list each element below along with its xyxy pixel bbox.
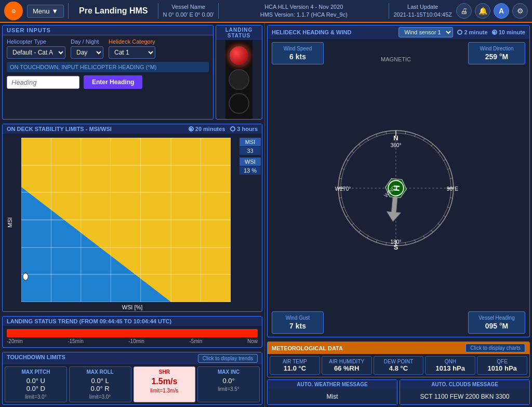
- vessel-heading-label: Vessel Heading: [473, 315, 521, 321]
- svg-text:S: S: [394, 243, 398, 251]
- separator: [68, 3, 69, 19]
- stability-options: 20 minutes 3 hours: [189, 126, 258, 132]
- svg-line-67: [359, 144, 361, 146]
- helideck-cat-group: Helideck Category Cat 1 Cat 2: [109, 38, 155, 59]
- heli-type-group: Helicopter Type Default - Cat A: [7, 38, 65, 59]
- last-update-info: Last Update 2021-11-15T10:04:45Z: [393, 3, 452, 19]
- wind-direction-value: 259 °M: [473, 52, 521, 61]
- compass-layout: Wind Speed 6 kts MAGNETIC Wind Direction…: [268, 39, 529, 337]
- wind-speed-box: Wind Speed 6 kts: [272, 42, 324, 64]
- helideck-cat-select[interactable]: Cat 1 Cat 2: [109, 46, 155, 59]
- app-title: Pre Landing HMS: [73, 6, 154, 16]
- helideck-section: HELIDECK HEADING & WIND Wind sensor 1 2 …: [267, 25, 530, 337]
- dew-point-value: 4.8 °C: [377, 364, 420, 372]
- max-roll-limit: limit=3.0°: [73, 394, 128, 400]
- max-inc-header: MAX INC: [201, 369, 256, 375]
- svg-line-51: [431, 230, 433, 232]
- radio-2min: [457, 30, 462, 35]
- qfe-value: 1010 hPa: [481, 364, 524, 372]
- print-button[interactable]: 🖨: [456, 3, 472, 19]
- sensor-select[interactable]: Wind sensor 1: [398, 27, 453, 37]
- messages-row: AUTO. WEATHER MESSAGE Mist AUTO. CLOUDS …: [267, 379, 530, 405]
- auto-weather-value: Mist: [268, 389, 397, 404]
- day-night-select[interactable]: Day Night: [71, 46, 103, 59]
- menu-button[interactable]: Menu ▼: [27, 5, 64, 18]
- y-axis-label: MSI: [7, 217, 13, 228]
- air-temp-cell: AIR TEMP 11.0 °C: [270, 356, 320, 375]
- light-yellow: [229, 69, 249, 90]
- qfe-cell: QFE 1010 hPa: [477, 356, 527, 375]
- wind-gust-box: Wind Gust 7 kts: [272, 311, 324, 334]
- auto-weather-box: AUTO. WEATHER MESSAGE Mist: [267, 379, 397, 405]
- svg-line-42: [431, 144, 433, 146]
- helideck-label: HELIDECK HEADING & WIND: [272, 29, 351, 35]
- svg-text:W270°: W270°: [335, 186, 351, 191]
- enter-heading-button[interactable]: Enter Heading: [84, 75, 142, 89]
- touchdown-trends-button[interactable]: Click to display trends: [198, 354, 258, 363]
- air-humidity-cell: AIR HUMIDITY 66 %RH: [322, 356, 372, 375]
- heli-type-select[interactable]: Default - Cat A: [7, 46, 65, 59]
- magnetic-label: MAGNETIC: [326, 42, 466, 64]
- touchdown-label: TOUCHDOWN LIMITS: [7, 354, 65, 363]
- qnh-label: QNH: [429, 359, 472, 364]
- meteo-header: METEOROLOGICAL DATA Click to display cha…: [268, 342, 529, 354]
- stability-section: ON DECK STABILITY LIMITS - MSI/WSI 20 mi…: [2, 124, 262, 312]
- landing-status-box: LANDING STATUS: [216, 25, 262, 120]
- inputs-row: Helicopter Type Default - Cat A Day / Ni…: [7, 38, 209, 59]
- top-section: USER INPUTS Helicopter Type Default - Ca…: [2, 25, 262, 120]
- heading-row: Enter Heading: [7, 75, 209, 89]
- trend-body: -20min -15min -10min -5min Now: [3, 326, 262, 347]
- vessel-heading-box: Vessel Heading 095 °M: [468, 311, 525, 334]
- wind-direction-box: Wind Direction 259 °M: [468, 42, 525, 64]
- main-layout: USER INPUTS Helicopter Type Default - Ca…: [0, 23, 532, 407]
- user-button[interactable]: A: [494, 3, 509, 19]
- max-roll-l: 0.0° L: [73, 377, 128, 385]
- max-roll-cell: MAX ROLL 0.0° L 0.0° R limit=3.0°: [69, 366, 131, 402]
- traffic-light: [225, 40, 252, 119]
- max-roll-header: MAX ROLL: [73, 369, 128, 375]
- trend-bar: [7, 329, 258, 337]
- vessel-info: Vessel Name N 0° 0.00' E 0° 0.00': [163, 3, 214, 19]
- max-inc-limit: limit=3.5°: [201, 386, 256, 392]
- option-2min[interactable]: 2 minute: [457, 29, 487, 35]
- light-green: [229, 93, 249, 114]
- auto-weather-header: AUTO. WEATHER MESSAGE: [268, 380, 397, 389]
- helideck-controls: Wind sensor 1 2 minute 10 minute: [398, 27, 525, 37]
- max-pitch-cell: MAX PITCH 0.0° U 0.0° D limit=3.0°: [5, 366, 67, 402]
- auto-clouds-value: SCT 1100 FEW 2200 BKN 3300: [400, 389, 529, 404]
- svg-line-59: [352, 223, 354, 225]
- option-20min[interactable]: 20 minutes: [189, 126, 225, 132]
- heading-input[interactable]: [7, 76, 79, 89]
- touchdown-section: TOUCHDOWN LIMITS Click to display trends…: [2, 352, 262, 405]
- wsi-legend-value: 13 %: [240, 166, 261, 175]
- svg-text:90°E: 90°E: [447, 186, 458, 191]
- option-3hours[interactable]: 3 hours: [230, 126, 258, 132]
- meteo-grid: AIR TEMP 11.0 °C AIR HUMIDITY 66 %RH DEW…: [268, 354, 529, 377]
- heli-type-label: Helicopter Type: [7, 38, 65, 45]
- chart-area: MSI 33 WSI 13 % MSI: [3, 134, 262, 311]
- qnh-value: 1013 hPa: [429, 364, 472, 372]
- topbar-icons: 🖨 🔔 A ⚙: [456, 3, 528, 19]
- svg-line-58: [359, 230, 361, 232]
- compass-svg: N 360° 180° S 90°E W270°: [334, 126, 458, 251]
- wind-speed-value: 6 kts: [276, 52, 319, 61]
- svg-line-66: [352, 151, 354, 153]
- dew-point-label: DEW POINT: [377, 359, 420, 364]
- trend-section: LANDING STATUS TREND (FROM 09:44:45 TO 1…: [2, 316, 262, 348]
- vessel-heading-value: 095 °M: [473, 322, 521, 330]
- day-night-group: Day / Night Day Night: [71, 38, 103, 59]
- bell-button[interactable]: 🔔: [475, 3, 490, 19]
- option-10min[interactable]: 10 minute: [492, 29, 525, 35]
- meteo-chart-button[interactable]: Click to display charts: [466, 344, 525, 352]
- day-night-label: Day / Night: [71, 38, 103, 45]
- helideck-cat-label: Helideck Category: [109, 38, 155, 45]
- separator4: [389, 3, 389, 19]
- air-humidity-value: 66 %RH: [325, 364, 368, 372]
- shr-limit: limit=1.3m/s: [137, 388, 192, 393]
- wind-direction-label: Wind Direction: [473, 46, 521, 51]
- svg-line-43: [438, 151, 440, 153]
- msi-legend-value: 33: [240, 147, 261, 155]
- user-inputs-container: USER INPUTS Helicopter Type Default - Ca…: [2, 25, 214, 120]
- gear-button[interactable]: ⚙: [512, 3, 528, 19]
- qfe-label: QFE: [481, 359, 524, 364]
